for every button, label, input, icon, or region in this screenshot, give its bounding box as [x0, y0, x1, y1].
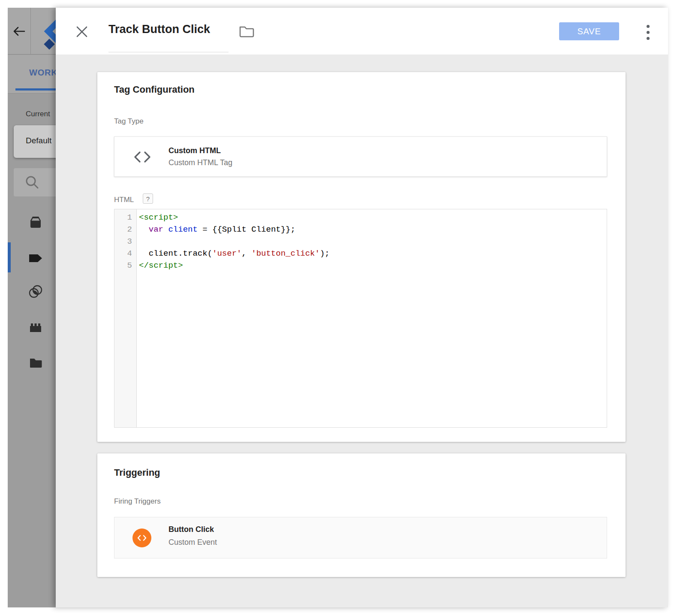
- code-icon: [133, 151, 151, 163]
- triggering-heading: Triggering: [114, 467, 160, 478]
- sidebar-item-tags[interactable]: [28, 251, 43, 265]
- editor-code[interactable]: <script> var client = {{Split Client}}; …: [137, 209, 607, 427]
- backdrop-topbar: [8, 8, 56, 54]
- back-arrow-icon: [13, 26, 26, 36]
- trigger-type: Custom Event: [168, 538, 217, 547]
- tag-type-label: Tag Type: [114, 117, 144, 126]
- backdrop-tabbar: WORK: [8, 55, 56, 94]
- panel-header: Track Button Click SAVE: [56, 8, 668, 54]
- tag-type-selector[interactable]: Custom HTML Custom HTML Tag: [114, 136, 607, 177]
- tag-configuration-heading: Tag Configuration: [114, 84, 195, 95]
- back-button[interactable]: [8, 8, 31, 54]
- tag-name-field[interactable]: Track Button Click: [108, 16, 210, 42]
- code-icon-small: [137, 535, 147, 541]
- sidebar-item-folders[interactable]: [28, 356, 43, 370]
- workspace-selector-card[interactable]: Default: [14, 125, 56, 158]
- tab-workspace[interactable]: WORK: [29, 68, 56, 78]
- html-help-button[interactable]: ?: [143, 193, 153, 204]
- tag-configuration-card: Tag Configuration Tag Type Custom HTML C…: [97, 72, 626, 442]
- folder-icon: [238, 25, 255, 39]
- kebab-dot: [647, 25, 650, 28]
- screen: WORK Current Default: [0, 0, 674, 616]
- firing-triggers-label: Firing Triggers: [114, 497, 161, 506]
- gtm-app: WORK Current Default: [8, 8, 668, 607]
- trigger-name: Button Click: [168, 525, 214, 534]
- sidebar-item-overview[interactable]: [28, 215, 43, 229]
- sidebar-item-triggers[interactable]: [28, 285, 43, 299]
- search-box[interactable]: [14, 168, 56, 196]
- tag-type-description: Custom HTML Tag: [168, 158, 232, 167]
- trigger-row[interactable]: Button Click Custom Event: [114, 517, 607, 559]
- tab-active-indicator: [15, 88, 56, 91]
- close-icon: [75, 25, 88, 38]
- dimmed-workspace-background: WORK Current Default: [8, 8, 56, 607]
- kebab-dot: [647, 31, 650, 34]
- tag-editor-panel: Track Button Click SAVE Tag Configuratio…: [56, 8, 668, 607]
- sidebar-active-indicator: [8, 242, 11, 272]
- editor-gutter: 12345: [114, 209, 137, 427]
- current-workspace-label: Current: [26, 110, 50, 118]
- save-button[interactable]: SAVE: [559, 22, 619, 40]
- sidebar-item-variables[interactable]: [28, 321, 43, 335]
- tag-name-underline: [108, 52, 229, 52]
- close-button[interactable]: [75, 25, 88, 38]
- workspace-name: Default: [26, 136, 51, 145]
- tag-name-text: Track Button Click: [108, 16, 210, 42]
- html-code-editor[interactable]: 12345 <script> var client = {{Split Clie…: [114, 209, 607, 428]
- more-options-button[interactable]: [645, 24, 652, 45]
- custom-event-icon: [132, 528, 151, 547]
- search-icon: [24, 174, 40, 190]
- html-field-label: HTML: [114, 196, 134, 204]
- kebab-dot: [647, 37, 650, 40]
- move-to-folder-button[interactable]: [238, 25, 255, 39]
- tag-type-name: Custom HTML: [168, 146, 221, 155]
- triggering-card: Triggering Firing Triggers Button Click …: [97, 453, 626, 577]
